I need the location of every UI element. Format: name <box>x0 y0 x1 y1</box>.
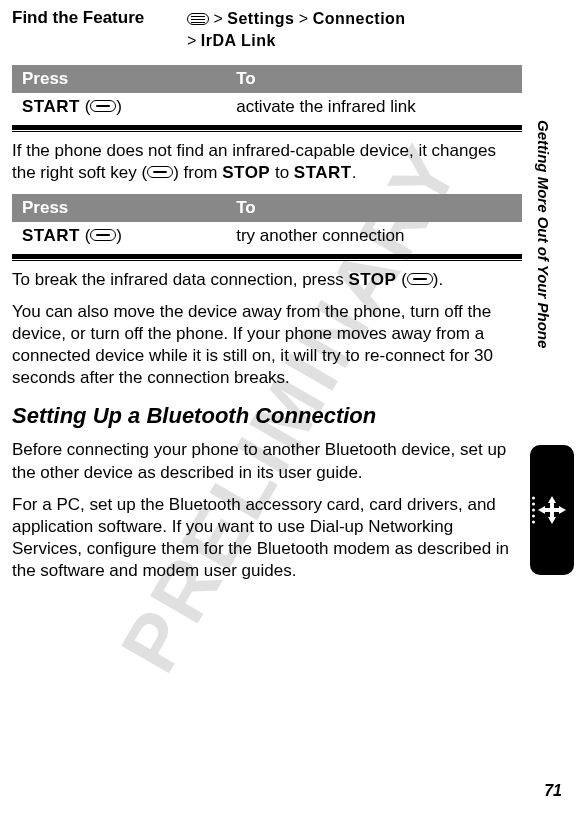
table2-cell-action: try another connection <box>226 222 522 250</box>
para2-text-b: ( <box>396 270 406 289</box>
table2-header-press: Press <box>12 194 226 222</box>
para2-stop: STOP <box>348 270 396 289</box>
path-settings: Settings <box>227 10 294 27</box>
table1-wrap: Press To START () activate the infrared … <box>12 65 522 130</box>
section-heading: Setting Up a Bluetooth Connection <box>12 403 522 429</box>
para1-start: START <box>294 163 352 182</box>
table2-cell-key: START () <box>12 222 226 250</box>
para2-text-a: To break the infrared data connection, p… <box>12 270 348 289</box>
para1-text-d: . <box>352 163 357 182</box>
softkey-icon <box>147 166 173 178</box>
table1: Press To START () activate the infrared … <box>12 65 522 121</box>
table1-key-label: START <box>22 97 80 116</box>
page-content: Find the Feature > Settings > Connection… <box>0 0 582 582</box>
para2: To break the infrared data connection, p… <box>12 269 522 291</box>
softkey-icon <box>90 100 116 112</box>
table2: Press To START () try another connection <box>12 194 522 250</box>
path-irda: IrDA Link <box>201 32 276 49</box>
para2-text-c: ). <box>433 270 443 289</box>
table2-wrap: Press To START () try another connection <box>12 194 522 259</box>
table1-cell-key: START () <box>12 93 226 121</box>
page-number: 71 <box>544 782 562 800</box>
table1-header-press: Press <box>12 65 226 93</box>
softkey-icon <box>90 229 116 241</box>
table2-rule <box>12 254 522 259</box>
softkey-icon <box>407 273 433 285</box>
sep: > <box>213 10 222 27</box>
para1: If the phone does not find an infrared-c… <box>12 140 522 184</box>
find-feature-label: Find the Feature <box>12 8 187 28</box>
path-connection: Connection <box>313 10 406 27</box>
find-feature-row: Find the Feature > Settings > Connection… <box>12 8 522 53</box>
table1-header-to: To <box>226 65 522 93</box>
table1-rule <box>12 125 522 130</box>
menu-icon <box>187 13 209 25</box>
sep: > <box>187 32 196 49</box>
table2-key-label: START <box>22 226 80 245</box>
para5: For a PC, set up the Bluetooth accessory… <box>12 494 522 582</box>
table1-cell-action: activate the infrared link <box>226 93 522 121</box>
para1-text-b: ) from <box>173 163 222 182</box>
para1-stop: STOP <box>222 163 270 182</box>
para4: Before connecting your phone to another … <box>12 439 522 483</box>
table2-header-to: To <box>226 194 522 222</box>
sep: > <box>299 10 308 27</box>
para3: You can also move the device away from t… <box>12 301 522 389</box>
find-feature-path: > Settings > Connection > IrDA Link <box>187 8 406 53</box>
para1-text-c: to <box>270 163 294 182</box>
